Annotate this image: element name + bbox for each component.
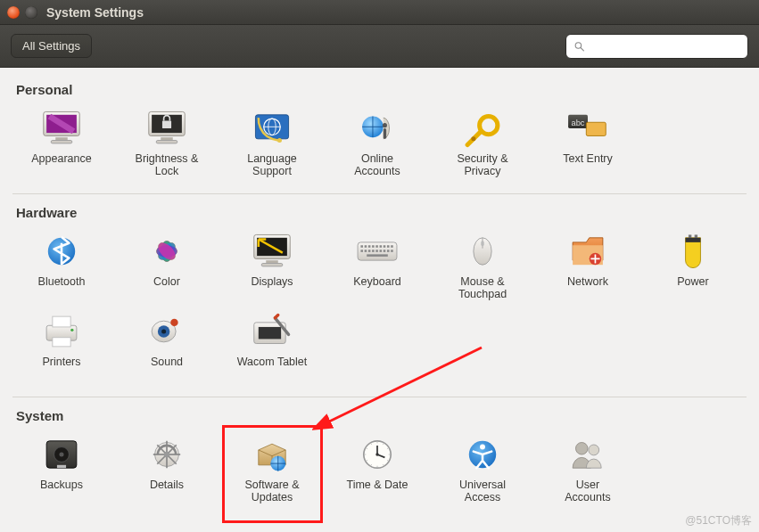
- settings-item-color[interactable]: Color: [114, 225, 219, 306]
- users-icon: [559, 434, 616, 475]
- svg-rect-53: [384, 250, 386, 252]
- svg-point-17: [383, 123, 387, 127]
- settings-item-label: Universal Access: [433, 479, 532, 505]
- settings-item-label: Time & Date: [328, 479, 426, 505]
- svg-rect-41: [372, 245, 375, 248]
- svg-rect-42: [375, 245, 378, 248]
- settings-item-label: Brightness & Lock: [118, 152, 216, 179]
- backups-icon: [33, 434, 90, 475]
- svg-point-107: [480, 445, 485, 450]
- svg-rect-8: [161, 137, 173, 140]
- settings-item-mouse[interactable]: Mouse & Touchpad: [430, 225, 535, 306]
- svg-point-109: [589, 445, 599, 455]
- settings-item-text-entry[interactable]: abc Text Entry: [535, 102, 640, 183]
- search-input[interactable]: [590, 39, 740, 53]
- svg-rect-74: [259, 327, 281, 340]
- svg-rect-59: [481, 241, 483, 246]
- settings-item-label: Network: [539, 275, 637, 302]
- svg-rect-4: [55, 137, 68, 140]
- svg-rect-67: [53, 338, 70, 347]
- svg-rect-5: [51, 141, 72, 143]
- mouse-icon: [454, 231, 511, 272]
- section-personal-grid: Appearance Brightness & Lock Language Su…: [0, 102, 759, 190]
- settings-item-label: Printers: [12, 356, 111, 382]
- settings-item-label: Text Entry: [539, 152, 637, 179]
- settings-item-label: Sound: [118, 356, 216, 382]
- settings-item-label: Displays: [223, 275, 321, 302]
- svg-rect-44: [384, 245, 386, 248]
- settings-item-backups[interactable]: Backups: [9, 429, 114, 509]
- displays-icon: [243, 231, 301, 272]
- minimize-icon[interactable]: [25, 6, 37, 19]
- close-icon[interactable]: [7, 6, 20, 19]
- svg-rect-10: [162, 121, 171, 128]
- svg-point-20: [471, 136, 475, 141]
- settings-item-language[interactable]: Language Support: [219, 102, 325, 183]
- svg-rect-35: [266, 260, 278, 263]
- settings-item-label: Language Support: [223, 152, 321, 179]
- svg-rect-48: [365, 250, 367, 252]
- appearance-icon: [33, 108, 90, 149]
- settings-item-sound[interactable]: Sound: [114, 306, 219, 386]
- svg-rect-39: [365, 245, 367, 248]
- settings-item-power[interactable]: Power: [640, 225, 746, 306]
- settings-item-wacom[interactable]: Wacom Tablet: [219, 306, 325, 386]
- settings-item-label: Mouse & Touchpad: [433, 275, 532, 302]
- settings-item-time[interactable]: Time & Date: [325, 429, 430, 509]
- wacom-icon: [243, 311, 301, 352]
- window-controls: [7, 6, 37, 19]
- settings-item-label: Online Accounts: [328, 152, 426, 179]
- settings-item-users[interactable]: User Accounts: [535, 429, 640, 509]
- settings-item-appearance[interactable]: Appearance: [9, 102, 114, 183]
- settings-item-software[interactable]: Software & Updates: [219, 429, 325, 509]
- bluetooth-icon: [33, 231, 90, 272]
- svg-rect-46: [391, 245, 393, 248]
- power-icon: [664, 231, 722, 272]
- svg-rect-52: [380, 250, 383, 252]
- settings-item-label: Bluetooth: [12, 275, 111, 302]
- svg-rect-22: [586, 122, 606, 135]
- section-system-grid: Backups Details Software & Updates Time …: [0, 429, 759, 516]
- settings-item-label: Wacom Tablet: [223, 356, 321, 382]
- settings-item-network[interactable]: Network: [535, 225, 640, 306]
- svg-rect-45: [387, 245, 390, 248]
- settings-item-security[interactable]: Security & Privacy: [430, 102, 535, 183]
- svg-rect-78: [57, 465, 66, 468]
- settings-item-label: Power: [644, 275, 742, 302]
- settings-item-displays[interactable]: Displays: [219, 225, 325, 306]
- svg-rect-18: [384, 128, 386, 139]
- svg-point-72: [170, 319, 177, 326]
- svg-rect-47: [360, 250, 363, 252]
- settings-item-bluetooth[interactable]: Bluetooth: [9, 225, 114, 306]
- svg-rect-66: [53, 316, 70, 327]
- settings-item-brightness[interactable]: Brightness & Lock: [114, 102, 219, 183]
- settings-item-label: Details: [118, 479, 216, 505]
- settings-item-details[interactable]: Details: [114, 429, 219, 509]
- section-hardware-grid: Bluetooth Color Displays Keyboard Mouse …: [0, 225, 759, 393]
- color-icon: [138, 231, 195, 272]
- content-area: Personal Appearance Brightness & Lock La…: [0, 68, 759, 532]
- svg-rect-40: [368, 245, 371, 248]
- settings-item-universal[interactable]: Universal Access: [430, 429, 535, 509]
- svg-point-68: [70, 329, 73, 331]
- svg-rect-9: [156, 141, 177, 143]
- universal-access-icon: [454, 434, 511, 475]
- search-field[interactable]: [565, 34, 748, 59]
- settings-item-printers[interactable]: Printers: [9, 306, 114, 386]
- settings-item-online-accounts[interactable]: Online Accounts: [325, 102, 430, 183]
- settings-item-label: Backups: [12, 479, 111, 505]
- settings-item-keyboard[interactable]: Keyboard: [325, 225, 430, 306]
- settings-item-label: Security & Privacy: [433, 152, 532, 179]
- titlebar: System Settings: [0, 0, 759, 25]
- svg-rect-49: [368, 250, 371, 252]
- printers-icon: [33, 311, 90, 352]
- section-hardware-title: Hardware: [0, 200, 759, 225]
- divider: [12, 193, 747, 194]
- svg-rect-43: [380, 245, 383, 248]
- svg-point-108: [576, 443, 589, 455]
- time-icon: [349, 434, 406, 475]
- all-settings-button[interactable]: All Settings: [11, 34, 92, 58]
- svg-rect-55: [391, 250, 393, 252]
- svg-point-15: [277, 138, 282, 143]
- svg-rect-38: [360, 245, 363, 248]
